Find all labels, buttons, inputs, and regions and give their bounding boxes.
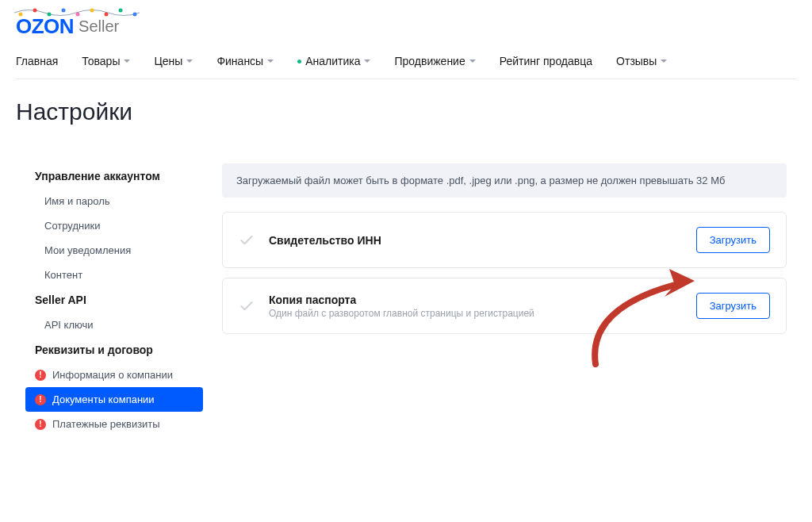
nav-item-label: Рейтинг продавца <box>500 55 592 67</box>
nav-item-0[interactable]: Главная <box>16 55 58 67</box>
sidebar-item[interactable]: Имя и пароль <box>25 189 203 213</box>
nav-item-2[interactable]: Цены <box>154 55 193 67</box>
nav-item-label: Продвижение <box>394 55 465 67</box>
upload-button[interactable]: Загрузить <box>696 293 770 319</box>
svg-point-8 <box>133 13 137 17</box>
sidebar-item[interactable]: !Информация о компании <box>25 363 203 387</box>
upload-button[interactable]: Загрузить <box>696 227 770 253</box>
nav-item-3[interactable]: Финансы <box>216 55 274 67</box>
sidebar-item[interactable]: Контент <box>25 263 203 287</box>
svg-point-1 <box>33 9 37 13</box>
svg-point-3 <box>62 9 66 13</box>
sidebar-item[interactable]: !Платежные реквизиты <box>25 412 203 436</box>
document-title: Копия паспорта <box>269 294 682 306</box>
nav-item-5[interactable]: Продвижение <box>394 55 475 67</box>
sidebar-item-label: Платежные реквизиты <box>52 418 160 430</box>
chevron-down-icon <box>661 59 667 63</box>
sidebar-item-label: Документы компании <box>52 393 155 405</box>
sidebar-section-title: Управление аккаунтом <box>25 163 203 189</box>
logo-brand: OZON <box>16 14 74 39</box>
document-title: Свидетельство ИНН <box>269 234 682 247</box>
svg-point-5 <box>90 9 94 13</box>
nav-item-label: Главная <box>16 55 58 67</box>
chevron-down-icon <box>124 59 130 63</box>
sidebar-item-label: API ключи <box>44 319 93 331</box>
chevron-down-icon <box>267 59 274 63</box>
nav-item-label: Цены <box>154 55 182 67</box>
nav-item-1[interactable]: Товары <box>82 55 130 67</box>
sidebar-item-label: Имя и пароль <box>44 195 110 207</box>
nav-indicator-dot-icon <box>297 59 301 63</box>
sidebar-item[interactable]: API ключи <box>25 313 203 337</box>
sidebar-item-label: Мои уведомления <box>44 244 131 256</box>
upload-notice: Загружаемый файл может быть в формате .p… <box>222 163 787 198</box>
document-card: Копия паспортаОдин файл с разворотом гла… <box>222 278 787 334</box>
nav-item-6[interactable]: Рейтинг продавца <box>500 55 592 67</box>
check-icon <box>239 298 255 314</box>
sidebar-item[interactable]: !Документы компании <box>25 387 203 412</box>
top-nav: ГлавнаяТоварыЦеныФинансыАналитикаПродвиж… <box>16 39 796 79</box>
sidebar-item-label: Контент <box>44 269 82 281</box>
document-subtitle: Один файл с разворотом главной страницы … <box>269 308 682 319</box>
document-body: Свидетельство ИНН <box>269 234 682 247</box>
sidebar-item[interactable]: Мои уведомления <box>25 238 203 263</box>
svg-point-4 <box>76 13 80 17</box>
logo-suffix: Seller <box>79 17 119 36</box>
chevron-down-icon <box>364 59 370 63</box>
document-card: Свидетельство ИННЗагрузить <box>222 212 787 268</box>
check-icon <box>239 232 255 248</box>
sidebar-section-title: Реквизиты и договор <box>25 337 203 363</box>
sidebar-item[interactable]: Сотрудники <box>25 213 203 238</box>
nav-item-label: Финансы <box>216 55 263 67</box>
svg-point-7 <box>119 9 123 13</box>
svg-point-6 <box>105 13 109 17</box>
sidebar: Управление аккаунтомИмя и парольСотрудни… <box>25 163 203 439</box>
nav-item-7[interactable]: Отзывы <box>616 55 667 67</box>
nav-item-label: Товары <box>82 55 120 67</box>
alert-badge-icon: ! <box>35 394 46 405</box>
page-title: Настройки <box>0 79 812 141</box>
chevron-down-icon <box>186 59 193 63</box>
sidebar-section-title: Seller API <box>25 287 203 313</box>
sidebar-item-label: Информация о компании <box>52 369 173 381</box>
nav-item-label: Отзывы <box>616 55 657 67</box>
main-content: Загружаемый файл может быть в формате .p… <box>222 163 787 439</box>
document-body: Копия паспортаОдин файл с разворотом гла… <box>269 294 682 319</box>
logo[interactable]: OZON Seller <box>16 10 119 39</box>
alert-badge-icon: ! <box>35 370 46 381</box>
sidebar-item-label: Сотрудники <box>44 220 100 232</box>
chevron-down-icon <box>469 59 476 63</box>
nav-item-4[interactable]: Аналитика <box>297 55 370 67</box>
alert-badge-icon: ! <box>35 419 46 430</box>
nav-item-label: Аналитика <box>305 55 360 67</box>
